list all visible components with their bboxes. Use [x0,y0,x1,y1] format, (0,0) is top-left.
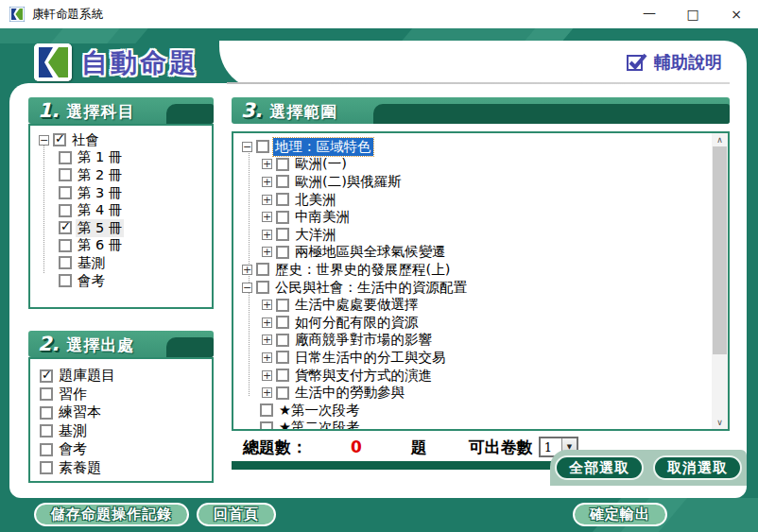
tree-label[interactable]: 生活中處處要做選擇 [293,296,421,314]
expand-toggle-icon[interactable]: + [262,387,272,398]
tree-label[interactable]: 兩極地區與全球氣候變遷 [293,243,448,261]
checkbox[interactable] [276,316,289,329]
maximize-button[interactable]: □ [671,0,715,28]
checkbox[interactable] [276,193,289,206]
expand-toggle-icon[interactable]: + [262,247,272,257]
collapse-toggle-icon[interactable]: − [39,135,49,146]
checkbox[interactable] [276,299,289,312]
tree-label-selected[interactable]: 地理：區域特色 [273,138,373,156]
checklist-label[interactable]: 素養題 [57,459,103,477]
tree-label[interactable]: 第 5 冊 [76,219,124,237]
section2-number: 2. [38,331,60,357]
checkbox[interactable] [59,168,72,181]
checkbox[interactable] [276,334,289,347]
scrollbar-thumb[interactable] [713,146,727,354]
tree-label[interactable]: 歐洲(二)與俄羅斯 [293,173,404,191]
home-button[interactable]: 回首頁 [197,503,276,526]
checkbox[interactable] [260,403,273,417]
checkbox[interactable] [40,443,53,456]
expand-toggle-icon[interactable]: + [262,335,272,345]
tree-label[interactable]: 生活中的勞動參與 [293,384,406,402]
tree-label[interactable]: 廠商競爭對市場的影響 [293,331,434,349]
checklist-label[interactable]: 練習本 [57,403,103,421]
tree-label[interactable]: 第 3 冊 [76,184,124,202]
expand-toggle-icon[interactable]: + [262,195,272,205]
tree-label[interactable]: 如何分配有限的資源 [293,314,421,332]
tree-label[interactable]: 貨幣與支付方式的演進 [293,367,434,385]
checkbox[interactable] [276,386,289,400]
collapse-toggle-icon[interactable]: − [242,142,252,152]
checkbox[interactable] [40,387,53,401]
tree-label[interactable]: 第 6 冊 [76,236,124,254]
expand-toggle-icon[interactable]: + [262,300,272,310]
expand-toggle-icon[interactable]: + [262,317,272,328]
checkbox[interactable] [40,424,53,438]
checkbox[interactable] [276,369,289,382]
checkbox[interactable] [256,263,269,276]
save-record-button[interactable]: 儲存命題操作記錄 [34,503,189,526]
checklist-label[interactable]: 習作 [57,386,89,403]
close-button[interactable]: × [715,0,758,28]
tree-label[interactable]: 歐洲(一) [293,155,349,173]
section2-title: 選擇出處 [67,332,135,357]
checkbox[interactable] [59,274,72,287]
expand-toggle-icon[interactable]: + [262,159,272,169]
tree-label[interactable]: ★第一次段考 [277,402,362,420]
checkbox[interactable] [256,140,269,153]
confirm-output-button[interactable]: 確定輸出 [573,503,667,526]
expand-toggle-icon[interactable]: + [262,177,272,187]
checkbox[interactable] [59,186,72,199]
checklist-label[interactable]: 題庫題目 [57,367,117,385]
tree-label[interactable]: 中南美洲 [293,208,352,226]
tree-label[interactable]: 歷史：世界史的發展歷程(上) [273,261,452,279]
expand-toggle-icon[interactable]: + [242,265,252,275]
tree-row: 第 1 冊 [30,149,212,167]
checkbox[interactable] [59,256,72,269]
scrollbar[interactable]: ∧ ∨ [712,133,728,429]
checklist-row: 練習本 [40,403,212,422]
expand-toggle-icon[interactable]: + [262,230,272,240]
checkbox[interactable] [276,351,289,364]
tree-label[interactable]: 第 2 冊 [76,166,124,184]
select-all-button[interactable]: 全部選取 [555,455,644,480]
checkbox[interactable] [276,158,289,171]
expand-toggle-icon[interactable]: + [262,212,272,222]
checklist-row: 素養題 [40,459,212,478]
deselect-all-button[interactable]: 取消選取 [653,455,742,480]
tree-label[interactable]: 社會 [70,131,101,149]
checkbox[interactable] [276,228,289,241]
collapse-toggle-icon[interactable]: − [242,283,252,293]
checkbox[interactable] [256,281,269,294]
checkbox[interactable] [40,461,53,474]
checkbox[interactable] [59,221,72,234]
checkbox[interactable] [276,211,289,224]
checkbox[interactable] [276,246,289,259]
tree-label[interactable]: 日常生活中的分工與交易 [293,349,448,367]
checkbox[interactable] [59,239,72,252]
help-link[interactable]: 輔助說明 [626,51,722,74]
scroll-down-icon[interactable]: ∨ [712,416,728,429]
checklist-label[interactable]: 會考 [57,440,89,458]
checkbox[interactable] [260,421,273,431]
expand-toggle-icon[interactable]: + [262,370,272,381]
tree-label[interactable]: 公民與社會：生活中的資源配置 [273,279,469,297]
tree-label[interactable]: 第 4 冊 [76,201,124,219]
tree-row: +歐洲(一) [233,156,728,174]
tree-label[interactable]: 北美洲 [293,191,338,209]
expand-toggle-icon[interactable]: + [262,352,272,363]
tree-label[interactable]: 大洋洲 [293,226,338,244]
tree-label[interactable]: 基測 [76,254,107,272]
checkbox[interactable] [40,369,53,383]
tree-label[interactable]: 第 1 冊 [76,148,124,166]
minimize-button[interactable]: — [628,0,671,28]
checkbox[interactable] [40,406,53,420]
scroll-up-icon[interactable]: ∧ [712,133,728,146]
checkbox[interactable] [59,204,72,217]
tree-label[interactable]: 會考 [76,272,107,290]
checkbox[interactable] [59,151,72,164]
paper-count-label: 可出卷數 [469,437,533,458]
checklist-label[interactable]: 基測 [57,422,89,440]
checkbox[interactable] [53,133,66,146]
tree-label[interactable]: ★第二次段考 [277,419,362,431]
checkbox[interactable] [276,175,289,188]
